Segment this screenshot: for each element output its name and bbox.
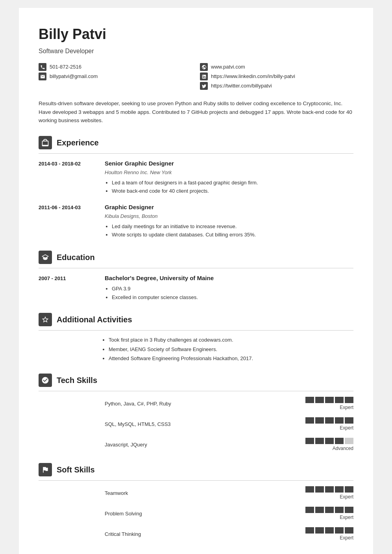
job-bullets-1: Led daily meetings for an initiative to …: [105, 223, 353, 239]
tech-skills-section: Tech Skills Python, Java, C#, PHP, Ruby …: [39, 374, 353, 452]
linkedin-value: https://www.linkedin.com/in/billy-patvi: [211, 73, 295, 80]
soft-skills-title: Soft Skills: [57, 464, 95, 476]
job-title: Software Developer: [39, 46, 353, 56]
activities-list: Took first place in 3 Ruby challenges at…: [39, 336, 353, 363]
bar-block: [305, 417, 314, 424]
bar-block: [315, 438, 324, 444]
tech-skill-level-0: Expert: [340, 404, 353, 411]
bar-block: [315, 507, 324, 513]
bullet: Led a team of four designers in a fast-p…: [112, 179, 353, 187]
bar-block: [335, 397, 344, 403]
soft-skill-label-0: Teamwork: [105, 489, 302, 497]
contact-website: www.patvi.com: [200, 63, 353, 71]
contact-linkedin: https://www.linkedin.com/in/billy-patvi: [200, 73, 353, 80]
exp-dates-1: 2011-06 - 2014-03: [39, 203, 102, 240]
bar-block: [325, 397, 334, 403]
tech-skill-bar-2: Advanced: [305, 438, 353, 452]
bar-block: [345, 507, 353, 513]
bar-block: [345, 486, 353, 493]
soft-skills-header: Soft Skills: [39, 463, 353, 481]
bullet: Excelled in computer science classes.: [112, 294, 353, 301]
education-title: Education: [57, 251, 95, 263]
job-title-1: Graphic Designer: [105, 203, 353, 212]
activities-section: Additional Activities Took first place i…: [39, 313, 353, 363]
soft-skills-section: Soft Skills Teamwork Expert Problem Solv…: [39, 463, 353, 541]
bar-block: [335, 527, 344, 534]
tech-skill-0: Python, Java, C#, PHP, Ruby Expert: [39, 397, 353, 411]
experience-header: Experience: [39, 136, 353, 154]
bar-block: [315, 417, 324, 424]
soft-skill-2: Critical Thinking Expert: [39, 527, 353, 541]
soft-skill-bar-2: Expert: [305, 527, 353, 541]
experience-item-0: 2014-03 - 2018-02 Senior Graphic Designe…: [39, 159, 353, 196]
bar-block: [305, 438, 314, 444]
bar-block: [325, 417, 334, 424]
activities-icon: [39, 313, 52, 326]
email-icon: [39, 73, 46, 80]
soft-skill-label-2: Critical Thinking: [105, 530, 302, 538]
bullet: Took first place in 3 Ruby challenges at…: [109, 336, 353, 344]
experience-item-1: 2011-06 - 2014-03 Graphic Designer Kibul…: [39, 203, 353, 240]
name: Billy Patvi: [39, 24, 353, 45]
website-value: www.patvi.com: [211, 63, 245, 71]
education-header: Education: [39, 251, 353, 268]
tech-skill-bar-0: Expert: [305, 397, 353, 411]
bar-block: [315, 527, 324, 534]
bullet: Wrote scripts to update client databases…: [112, 231, 353, 239]
bullet: Wrote back-end code for 40 client projec…: [112, 187, 353, 195]
experience-title: Experience: [57, 137, 99, 149]
soft-skill-1: Problem Solving Expert: [39, 507, 353, 521]
bar-block: [335, 417, 344, 424]
globe-icon: [200, 63, 208, 71]
bar-block: [325, 527, 334, 534]
bar-block: [315, 486, 324, 493]
education-icon: [39, 251, 52, 264]
bar-block: [315, 397, 324, 403]
twitter-value: https://twitter.com/billypatvi: [211, 82, 272, 90]
education-section: Education 2007 - 2011 Bachelor's Degree,…: [39, 251, 353, 302]
bar-block: [335, 438, 344, 444]
soft-skill-label-1: Problem Solving: [105, 510, 302, 518]
degree-0: Bachelor's Degree, University of Maine: [105, 274, 353, 283]
activities-title: Additional Activities: [57, 314, 132, 325]
soft-skill-level-1: Expert: [340, 514, 353, 521]
experience-section: Experience 2014-03 - 2018-02 Senior Grap…: [39, 136, 353, 240]
activities-header: Additional Activities: [39, 313, 353, 331]
edu-content-0: Bachelor's Degree, University of Maine G…: [105, 274, 353, 302]
tech-skill-label-1: SQL, MySQL, HTML5, CSS3: [105, 420, 302, 428]
contact-empty: [39, 82, 192, 90]
phone-value: 501-872-2516: [50, 63, 81, 71]
soft-skills-icon: [39, 463, 52, 476]
bar-block: [305, 397, 314, 403]
tech-skills-icon: [39, 374, 52, 387]
bar-block: [325, 507, 334, 513]
header: Billy Patvi Software Developer: [39, 24, 353, 56]
bar-block: [345, 397, 353, 403]
job-bullets-0: Led a team of four designers in a fast-p…: [105, 179, 353, 195]
tech-skill-1: SQL, MySQL, HTML5, CSS3 Expert: [39, 417, 353, 431]
bullet: Attended Software Engineering Profession…: [109, 355, 353, 363]
twitter-icon: [200, 82, 208, 90]
bar-block: [345, 417, 353, 424]
job-title-0: Senior Graphic Designer: [105, 159, 353, 168]
tech-skill-label-2: Javascript, JQuery: [105, 441, 302, 449]
bar-block: [305, 527, 314, 534]
email-value: billypatvi@gmail.com: [50, 73, 98, 80]
bar-block: [325, 438, 334, 444]
edu-bullets-0: GPA 3.9 Excelled in computer science cla…: [105, 285, 353, 301]
phone-icon: [39, 63, 46, 71]
bar-block: [305, 486, 314, 493]
contact-twitter: https://twitter.com/billypatvi: [200, 82, 353, 90]
bar-block: [325, 486, 334, 493]
tech-skill-bar-1: Expert: [305, 417, 353, 431]
soft-skill-level-2: Expert: [340, 534, 353, 541]
contact-grid: 501-872-2516 www.patvi.com billypatvi@gm…: [39, 63, 353, 90]
job-company-0: Houlton Renno Inc. New York: [105, 169, 353, 177]
exp-dates-0: 2014-03 - 2018-02: [39, 159, 102, 196]
bar-block: [335, 507, 344, 513]
tech-skills-header: Tech Skills: [39, 374, 353, 391]
summary: Results-driven software developer, seeki…: [39, 99, 353, 125]
edu-dates-0: 2007 - 2011: [39, 274, 102, 302]
contact-email: billypatvi@gmail.com: [39, 73, 192, 80]
soft-skill-level-0: Expert: [340, 493, 353, 500]
